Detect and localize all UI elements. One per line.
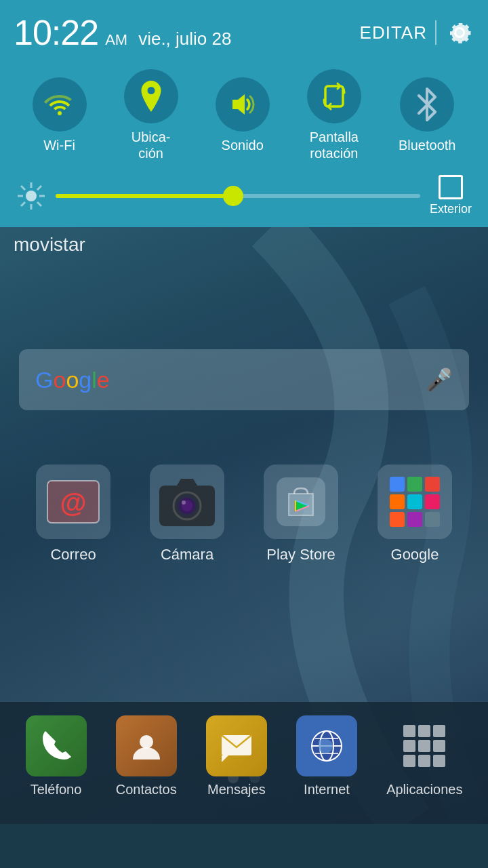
rotation-toggle-circle[interactable]: [307, 69, 361, 123]
contacts-icon: [129, 728, 164, 764]
gf-app4: [407, 512, 422, 527]
dock-contactos[interactable]: Contactos: [116, 715, 177, 797]
gf-youtube: [390, 494, 405, 509]
google-logo: Google: [35, 367, 110, 393]
exterior-icon: [439, 175, 463, 199]
apps-grid-icon: [401, 722, 448, 770]
svg-rect-33: [418, 725, 430, 737]
svg-point-24: [140, 735, 153, 749]
google-e: e: [97, 367, 110, 393]
sound-toggle-circle[interactable]: [216, 77, 270, 132]
aplicaciones-icon-wrap[interactable]: [394, 715, 455, 776]
rotation-icon: [319, 81, 350, 112]
exterior-button[interactable]: Exterior: [430, 175, 472, 216]
svg-rect-40: [433, 755, 445, 767]
bluetooth-toggle-circle[interactable]: [400, 77, 454, 132]
date-display: vie., julio 28: [138, 28, 231, 50]
svg-line-8: [37, 202, 41, 206]
internet-label: Internet: [304, 782, 350, 797]
toggle-wifi[interactable]: Wi-Fi: [33, 77, 87, 153]
svg-rect-36: [418, 740, 430, 752]
google-search-bar[interactable]: Google 🎤: [19, 349, 469, 410]
voice-search-icon[interactable]: 🎤: [426, 367, 453, 393]
camara-icon-wrap[interactable]: [150, 465, 224, 539]
location-icon: [138, 81, 165, 112]
contactos-icon-wrap[interactable]: [116, 715, 177, 776]
aplicaciones-label: Aplicaciones: [386, 782, 462, 797]
gf-app3: [390, 512, 405, 527]
wifi-icon: [44, 91, 75, 118]
camara-label: Cámara: [161, 546, 214, 564]
wifi-toggle-circle[interactable]: [33, 77, 87, 132]
svg-line-7: [21, 186, 25, 190]
google-icon-wrap[interactable]: [378, 465, 452, 539]
gf-maps: [425, 477, 440, 492]
ampm-display: AM: [105, 31, 127, 49]
contactos-label: Contactos: [116, 782, 177, 797]
gf-app2: [425, 494, 440, 509]
location-toggle-circle[interactable]: [124, 69, 178, 123]
svg-line-10: [21, 202, 25, 206]
google-g: G: [35, 367, 53, 393]
svg-text:@: @: [60, 488, 86, 517]
google-l: l: [92, 367, 97, 393]
svg-rect-32: [403, 725, 415, 737]
toggle-rotation[interactable]: Pantallarotación: [307, 69, 361, 161]
internet-icon-wrap[interactable]: [296, 715, 357, 776]
svg-rect-34: [433, 725, 445, 737]
correo-label: Correo: [50, 546, 96, 564]
internet-icon: [308, 728, 345, 764]
gf-app5: [425, 512, 440, 527]
app-correo[interactable]: @ Correo: [36, 465, 110, 564]
svg-rect-38: [403, 755, 415, 767]
app-google[interactable]: Google: [378, 465, 452, 564]
bluetooth-icon: [415, 87, 439, 121]
gf-gmail: [407, 477, 422, 492]
dock-mensajes[interactable]: Mensajes: [206, 715, 267, 797]
notification-panel: 10:22 AM vie., julio 28 EDITAR: [0, 0, 488, 227]
divider: [435, 20, 436, 45]
app-camara[interactable]: Cámara: [150, 465, 224, 564]
carrier-label: movistar: [14, 234, 85, 256]
app-row: @ Correo Cámara: [0, 465, 488, 564]
sound-icon: [227, 89, 258, 120]
settings-icon[interactable]: [445, 18, 474, 47]
camara-icon: [158, 476, 216, 528]
mensajes-icon-wrap[interactable]: [206, 715, 267, 776]
exterior-label: Exterior: [430, 202, 472, 216]
brightness-slider[interactable]: [56, 194, 420, 198]
svg-rect-1: [325, 86, 343, 106]
rotation-label: Pantallarotación: [310, 129, 359, 161]
toggle-sound[interactable]: Sonido: [216, 77, 270, 153]
brightness-fill: [56, 194, 230, 198]
app-playstore[interactable]: Play Store: [264, 465, 338, 564]
toggle-bluetooth[interactable]: Bluetooth: [399, 77, 456, 153]
status-right: EDITAR: [360, 18, 474, 47]
svg-point-18: [182, 500, 186, 505]
svg-rect-39: [418, 755, 430, 767]
correo-icon-wrap[interactable]: @: [36, 465, 110, 539]
gf-app1: [407, 494, 422, 509]
telefono-icon-wrap[interactable]: [26, 715, 87, 776]
dock-telefono[interactable]: Teléfono: [26, 715, 87, 797]
playstore-icon: [274, 475, 328, 529]
sound-label: Sonido: [222, 137, 264, 153]
google-g2: g: [79, 367, 92, 393]
wifi-label: Wi-Fi: [43, 137, 75, 153]
brightness-icon: [16, 181, 46, 211]
svg-point-2: [26, 191, 37, 201]
playstore-icon-wrap[interactable]: [264, 465, 338, 539]
status-bar: 10:22 AM vie., julio 28 EDITAR: [14, 12, 474, 53]
dock-aplicaciones[interactable]: Aplicaciones: [386, 715, 462, 797]
google-o2: o: [66, 367, 79, 393]
edit-button[interactable]: EDITAR: [360, 22, 427, 43]
mensajes-label: Mensajes: [207, 782, 266, 797]
bottom-dock: Teléfono Contactos Mensajes: [0, 702, 488, 824]
brightness-thumb[interactable]: [223, 186, 243, 206]
toggle-location[interactable]: Ubica-ción: [124, 69, 178, 161]
google-o1: o: [53, 367, 66, 393]
dock-internet[interactable]: Internet: [296, 715, 357, 797]
svg-marker-0: [232, 94, 245, 115]
correo-icon: @: [46, 479, 100, 524]
svg-rect-35: [403, 740, 415, 752]
